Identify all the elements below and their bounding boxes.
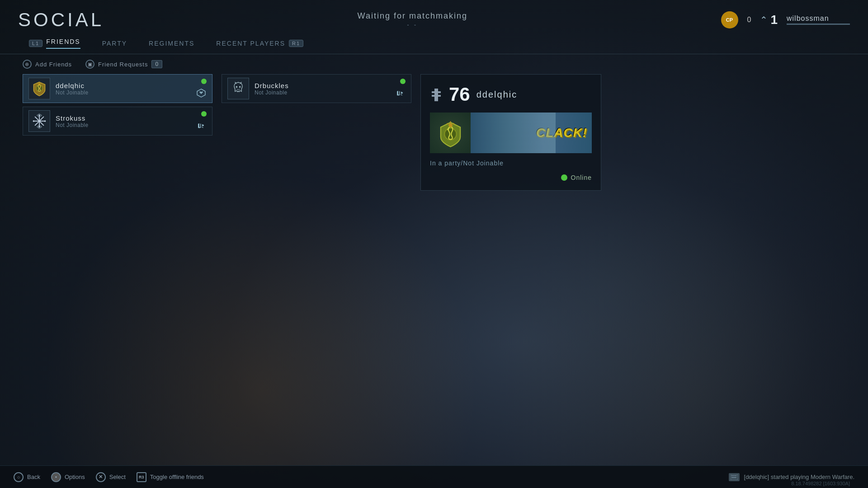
friends-columns: ddelqhic Not Joinable — [23, 74, 411, 465]
friend-card-drbuckles[interactable]: Drbuckles Not Joinable — [222, 74, 411, 103]
friend-name-ddelqhic: ddelqhic — [56, 82, 196, 89]
svg-point-13 — [236, 86, 238, 88]
cod-icon — [196, 88, 206, 98]
platform-icon-ps-strokuss — [196, 120, 207, 131]
friend-requests-icon: ▣ — [85, 60, 94, 69]
svg-point-8 — [38, 126, 40, 128]
version-text: 8.18.7498282 [1603:930A] — [791, 481, 850, 486]
tab-label-regiments: REGIMENTS — [149, 40, 194, 47]
cp-count: 0 — [747, 16, 751, 24]
svg-rect-22 — [733, 475, 735, 476]
online-indicator-drbuckles — [400, 79, 406, 84]
tab-recent-players[interactable]: RECENT PLAYERS R1 — [205, 36, 314, 52]
grenade-shield-icon — [31, 80, 47, 97]
tab-label-recent: RECENT PLAYERS — [216, 40, 285, 47]
profile-header: 76 ddelqhic — [430, 84, 592, 105]
profile-rank-icon — [430, 88, 443, 101]
snowflake-icon — [31, 113, 47, 129]
matchmaking-text: Waiting for matchmaking — [358, 11, 467, 21]
notification-icon — [729, 473, 740, 481]
profile-online-dot — [561, 174, 567, 181]
select-button[interactable]: ✕ Select — [96, 472, 126, 482]
friend-requests-count: 0 — [151, 60, 162, 68]
add-friends-icon: ⊕ — [23, 60, 32, 69]
options-label: Options — [65, 474, 85, 480]
profile-online-text: Online — [571, 174, 592, 181]
friend-requests-label: Friend Requests — [98, 61, 148, 68]
svg-point-1 — [38, 84, 41, 86]
select-icon: ✕ — [96, 472, 106, 482]
username-bar — [787, 23, 850, 25]
profile-level: 76 — [449, 84, 470, 105]
select-label: Select — [109, 474, 126, 480]
friend-name-drbuckles: Drbuckles — [255, 82, 395, 89]
profile-panel: 76 ddelqhic CLACK! — [420, 74, 601, 191]
svg-point-7 — [38, 115, 40, 117]
top-right: CP 0 ⌃ 1 wilbossman — [721, 11, 850, 28]
tab-key-l1: L1 — [29, 40, 42, 47]
friend-status-strokuss: Not Joinable — [56, 122, 196, 128]
matchmaking-status: Waiting for matchmaking - - — [358, 11, 467, 28]
svg-rect-17 — [432, 95, 441, 97]
tab-key-r1: R1 — [289, 40, 303, 47]
main-content: ddelqhic Not Joinable — [0, 74, 868, 465]
matchmaking-dots: - - — [407, 22, 418, 28]
svg-point-14 — [239, 86, 241, 88]
friend-card-strokuss[interactable]: Strokuss Not Joinable — [23, 107, 212, 136]
tab-friends[interactable]: L1 FRIENDS — [18, 34, 91, 53]
rank-number: 1 — [770, 13, 778, 27]
r3-icon: R3 — [137, 472, 146, 482]
friend-right-strokuss — [196, 111, 207, 131]
friend-status-ddelqhic: Not Joinable — [56, 89, 196, 96]
back-button[interactable]: ○ Back — [14, 472, 40, 482]
online-indicator-ddelqhic — [201, 79, 207, 84]
cp-badge: CP — [721, 11, 738, 28]
friend-avatar-strokuss — [28, 110, 50, 132]
top-bar: SOCIAL Waiting for matchmaking - - CP 0 … — [0, 0, 868, 34]
friend-right-drbuckles — [395, 79, 406, 99]
nav-tabs: L1 FRIENDS PARTY REGIMENTS RECENT PLAYER… — [0, 34, 868, 54]
rank-badge: ⌃ 1 — [760, 13, 778, 27]
add-friends-button[interactable]: ⊕ Add Friends — [23, 60, 72, 69]
friend-status-drbuckles: Not Joinable — [255, 89, 395, 96]
playstation-icon-2 — [395, 88, 405, 98]
friend-info-ddelqhic: ddelqhic Not Joinable — [56, 82, 196, 96]
svg-rect-24 — [731, 477, 736, 478]
svg-rect-23 — [735, 475, 736, 476]
profile-banner-left — [430, 113, 471, 153]
svg-point-19 — [448, 123, 453, 127]
svg-point-9 — [33, 120, 35, 122]
grenade-icon-large — [436, 118, 465, 148]
playstation-icon — [196, 121, 206, 131]
rank-icon — [431, 88, 442, 101]
svg-point-0 — [36, 85, 42, 91]
notification-text: [ddelqhic] started playing Modern Warfar… — [744, 474, 854, 480]
friend-requests-button[interactable]: ▣ Friend Requests 0 — [85, 60, 162, 69]
rank-chevron-icon: ⌃ — [760, 14, 768, 25]
toggle-offline-button[interactable]: R3 Toggle offline friends — [137, 472, 204, 482]
cp-label: CP — [726, 17, 733, 23]
tab-party[interactable]: PARTY — [91, 36, 138, 52]
svg-rect-16 — [432, 91, 441, 93]
friend-card-ddelqhic[interactable]: ddelqhic Not Joinable — [23, 74, 212, 103]
friends-col-1: ddelqhic Not Joinable — [23, 74, 212, 465]
username-container: wilbossman — [787, 14, 850, 25]
bottom-notification: [ddelqhic] started playing Modern Warfar… — [729, 473, 854, 481]
friend-avatar-ddelqhic — [28, 78, 50, 99]
tab-regiments[interactable]: REGIMENTS — [138, 36, 205, 52]
svg-point-10 — [44, 120, 46, 122]
svg-rect-21 — [731, 475, 733, 476]
profile-banner-right: CLACK! — [471, 113, 592, 153]
friends-col-2: Drbuckles Not Joinable — [222, 74, 411, 465]
profile-username: ddelqhic — [476, 89, 518, 100]
wolf-icon — [230, 80, 246, 97]
friend-right-ddelqhic — [196, 79, 207, 99]
friend-info-drbuckles: Drbuckles Not Joinable — [255, 82, 395, 96]
page-title: SOCIAL — [18, 9, 104, 31]
friend-info-strokuss: Strokuss Not Joinable — [56, 114, 196, 128]
bottom-controls: ○ Back ● Options ✕ Select R3 Toggle offl… — [14, 472, 204, 482]
options-button[interactable]: ● Options — [51, 472, 85, 482]
tab-label-party: PARTY — [102, 40, 127, 47]
profile-banner: CLACK! — [430, 113, 592, 153]
profile-online-row: Online — [430, 174, 592, 181]
